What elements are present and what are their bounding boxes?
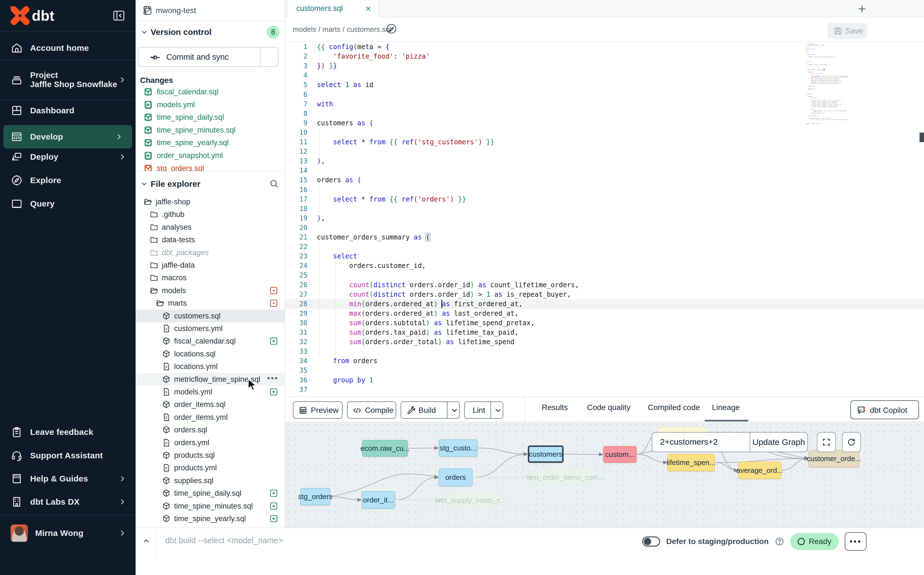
- modified-badge-icon[interactable]: [269, 286, 279, 295]
- tree-item-macros[interactable]: macros: [136, 271, 285, 284]
- tree-item-marts[interactable]: marts: [136, 297, 285, 310]
- sidebar-item-help-guides[interactable]: Help & Guides: [0, 467, 136, 491]
- added-badge-icon[interactable]: [269, 514, 279, 523]
- lineage-node-orders[interactable]: orders: [439, 469, 472, 486]
- compile-button[interactable]: Compile: [347, 401, 396, 419]
- added-badge-icon[interactable]: [143, 87, 153, 97]
- lint-button[interactable]: Lint: [464, 401, 503, 419]
- chevron-down-icon[interactable]: [149, 54, 157, 61]
- refresh-button[interactable]: [842, 432, 861, 452]
- added-badge-icon[interactable]: [143, 138, 153, 148]
- tree-item-fiscal-calendar-sql[interactable]: fiscal_calendar.sql: [136, 335, 285, 348]
- sidebar-user[interactable]: Mirna Wong: [0, 521, 136, 545]
- added-badge-icon[interactable]: [143, 100, 153, 110]
- chevron-down-icon[interactable]: [493, 406, 502, 415]
- sidebar-item-support-assistant[interactable]: Support Assistant: [0, 444, 136, 467]
- sidebar-item-account-home[interactable]: Account home: [0, 36, 136, 60]
- sidebar-item-dashboard[interactable]: Dashboard: [0, 99, 136, 122]
- tree-item-jaffle-shop[interactable]: jaffle-shop: [136, 195, 285, 208]
- editor-scrollbar-thumb[interactable]: [919, 133, 924, 142]
- lineage-node-stg_customers[interactable]: stg_custo...: [439, 439, 478, 457]
- row-menu-icon[interactable]: •••: [267, 373, 279, 383]
- lineage-search-input[interactable]: 2+customers+2: [660, 437, 718, 446]
- tab-lineage[interactable]: Lineage: [712, 403, 740, 412]
- minimap[interactable]: {{ config(meta = { 'favorite_food': 'piz…: [806, 44, 848, 124]
- commit-and-sync-button[interactable]: Commit and sync: [138, 47, 279, 67]
- tree-item-time-spine-minutes-sql[interactable]: time_spine_minutes.sql: [136, 500, 285, 513]
- tree-item-orders-yml[interactable]: orders.yml: [136, 436, 285, 449]
- chevron-up-icon[interactable]: [142, 537, 151, 545]
- change-row[interactable]: time_spine_yearly.sql: [136, 137, 285, 149]
- tab-code-quality[interactable]: Code quality: [587, 403, 631, 412]
- tree-item--github[interactable]: .github: [136, 208, 285, 221]
- tree-item-jaffle-data[interactable]: jaffle-data: [136, 259, 285, 272]
- tree-item-order-items-sql[interactable]: order_items.sql: [136, 398, 285, 411]
- version-control-header[interactable]: Version control 8: [136, 24, 285, 40]
- search-icon[interactable]: [269, 179, 279, 189]
- sidebar-collapse-icon[interactable]: [112, 9, 125, 22]
- tree-item-locations-yml[interactable]: locations.yml: [136, 360, 285, 373]
- update-graph-button[interactable]: Update Graph: [750, 433, 808, 452]
- sidebar-item-leave-feedback[interactable]: Leave feedback: [0, 420, 136, 444]
- lineage-node-order_items[interactable]: order_it...: [361, 491, 395, 508]
- lineage-node-test_supply[interactable]: test_supply_costs_s...: [443, 492, 498, 508]
- lineage-node-customer_orders[interactable]: customer_orde...: [808, 450, 859, 467]
- status-badge-ready[interactable]: Ready: [790, 533, 838, 550]
- change-row[interactable]: order_snapshot.yml: [136, 149, 285, 162]
- tab-compiled-code[interactable]: Compiled code: [648, 403, 700, 412]
- sidebar-item-explore[interactable]: Explore: [0, 168, 136, 192]
- tree-item-order-items-yml[interactable]: order_items.yml: [136, 411, 285, 424]
- tree-item-customers-sql[interactable]: customers.sql: [136, 310, 285, 322]
- added-badge-icon[interactable]: [269, 501, 279, 511]
- tab-customers-sql[interactable]: customers.sql: [287, 0, 379, 17]
- added-badge-icon[interactable]: [143, 113, 153, 122]
- lineage-node-customers[interactable]: customers: [528, 445, 564, 463]
- change-row[interactable]: fiscal_calendar.sql: [136, 86, 285, 98]
- new-tab-icon[interactable]: [857, 4, 867, 14]
- code-editor[interactable]: 1{{ config(meta = {2 'favorite_food': 'p…: [285, 42, 924, 396]
- modified-badge-icon[interactable]: [269, 299, 279, 308]
- dbt-copilot-button[interactable]: dbt Copilot: [850, 400, 919, 419]
- change-row[interactable]: time_spine_daily.sql: [136, 111, 285, 124]
- close-icon[interactable]: [365, 5, 372, 13]
- more-options-button[interactable]: •••: [845, 532, 867, 551]
- copilot-edit-icon[interactable]: [385, 23, 397, 35]
- help-icon[interactable]: [775, 537, 784, 546]
- fullscreen-button[interactable]: [817, 432, 836, 452]
- lineage-node-average_order[interactable]: average_ord...: [738, 462, 781, 479]
- copy-icon[interactable]: [142, 5, 153, 16]
- change-row[interactable]: stg_orders.sql: [136, 162, 285, 171]
- save-button[interactable]: Save: [827, 23, 867, 39]
- sidebar-item-project[interactable]: ProjectJaffle Shop Snowflake: [0, 61, 136, 99]
- preview-button[interactable]: Preview: [293, 401, 342, 419]
- build-button[interactable]: Build: [401, 401, 460, 419]
- lineage-node-stg_orders[interactable]: stg_orders: [300, 488, 330, 505]
- lineage-node-customers360[interactable]: custom...: [603, 446, 637, 463]
- chevron-down-icon[interactable]: [450, 406, 459, 415]
- lineage-node-lifetime_spend[interactable]: lifetime_spen...: [667, 454, 715, 471]
- tree-item-metricflow-time-spine-sql[interactable]: metricflow_time_spine.sql•••: [136, 373, 285, 386]
- added-badge-icon[interactable]: [269, 488, 279, 498]
- tree-item-orders-sql[interactable]: orders.sql: [136, 423, 285, 436]
- added-badge-icon[interactable]: [143, 125, 153, 135]
- tree-item-products-sql[interactable]: products.sql: [136, 449, 285, 462]
- change-row[interactable]: models.yml: [136, 98, 285, 111]
- tree-item-products-yml[interactable]: products.yml: [136, 461, 285, 474]
- lineage-graph[interactable]: ecom.raw_cu...stg_custo...customerscusto…: [285, 421, 924, 527]
- added-badge-icon[interactable]: [269, 336, 279, 346]
- added-badge-icon[interactable]: [143, 151, 153, 160]
- sidebar-item-query[interactable]: Query: [0, 192, 136, 216]
- tree-item-models-yml[interactable]: models.yml: [136, 386, 285, 398]
- modified-badge-icon[interactable]: [143, 164, 153, 171]
- tree-item-dbt-packages[interactable]: dbt_packages: [136, 246, 285, 259]
- tree-item-locations-sql[interactable]: locations.sql: [136, 348, 285, 361]
- lineage-node-ecom_raw[interactable]: ecom.raw_cu...: [362, 440, 408, 457]
- file-explorer-header[interactable]: File explorer: [136, 175, 285, 192]
- tree-item-time-spine-yearly-sql[interactable]: time_spine_yearly.sql: [136, 512, 285, 525]
- dbt-command-input[interactable]: dbt build --select <model_name>: [165, 536, 283, 545]
- change-row[interactable]: time_spine_minutes.sql: [136, 124, 285, 137]
- tree-item-customers-yml[interactable]: customers.yml: [136, 322, 285, 335]
- tab-results[interactable]: Results: [542, 403, 568, 412]
- tree-item-time-spine-daily-sql[interactable]: time_spine_daily.sql: [136, 487, 285, 500]
- added-badge-icon[interactable]: [269, 387, 279, 397]
